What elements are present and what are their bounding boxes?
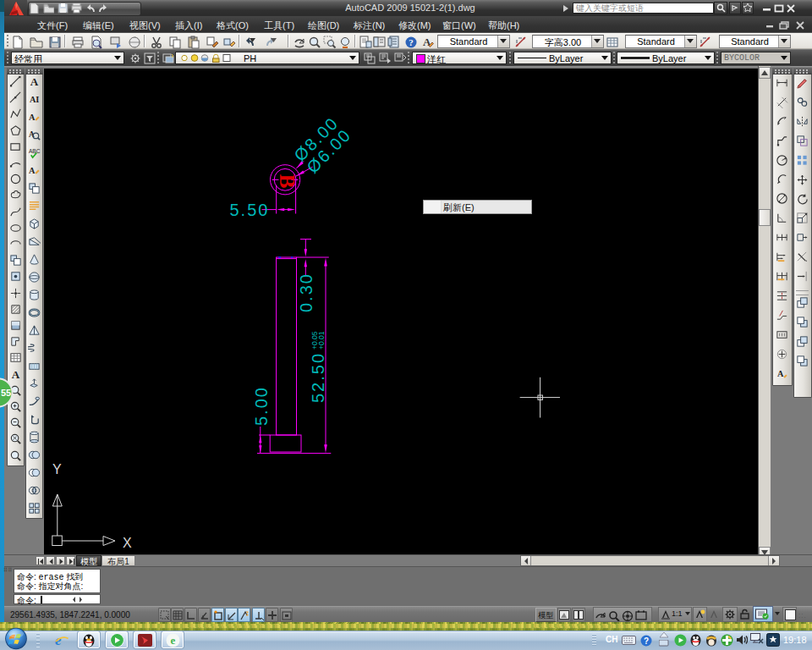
svg-text:A: A xyxy=(777,369,784,378)
svg-text:AI: AI xyxy=(30,95,39,104)
svg-text:55: 55 xyxy=(1,388,11,398)
svg-text:?: ? xyxy=(409,37,414,47)
svg-text:A: A xyxy=(29,166,36,175)
svg-text:A: A xyxy=(30,75,39,88)
svg-text:A: A xyxy=(29,113,36,122)
svg-text:ABC: ABC xyxy=(29,148,41,154)
svg-text:?: ? xyxy=(644,636,649,646)
svg-text:e: e xyxy=(171,634,176,647)
